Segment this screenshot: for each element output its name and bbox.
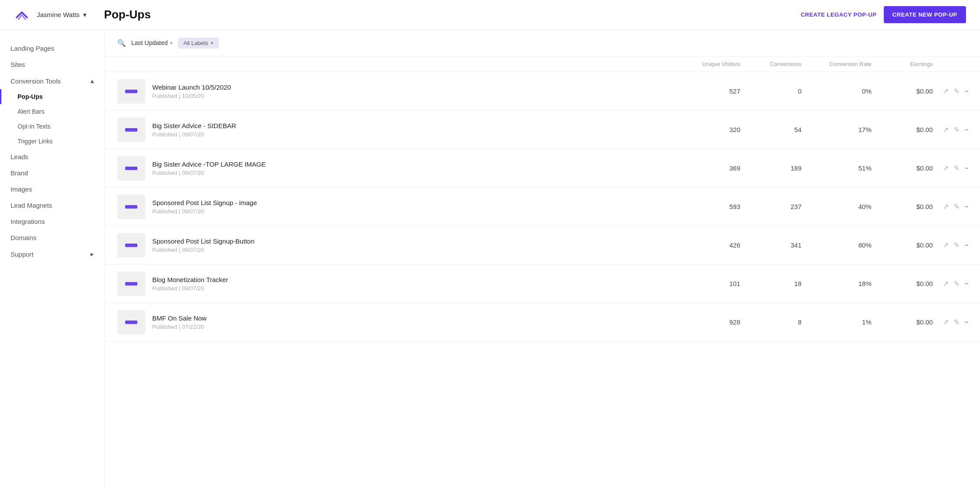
more-icon[interactable]: ···	[965, 241, 968, 249]
cell-earnings: $0.00	[872, 87, 933, 95]
more-icon[interactable]: ···	[965, 318, 968, 326]
cell-unique-visitors: 593	[670, 203, 740, 210]
sort-dropdown[interactable]: Last Updated ▾	[131, 37, 173, 49]
search-icon[interactable]: 🔍	[117, 39, 126, 47]
cell-conversion-rate: 80%	[802, 241, 872, 249]
item-info: Blog Monetization Tracker Published | 09…	[117, 272, 670, 296]
edit-icon[interactable]: ✎	[954, 125, 959, 134]
cell-conversions: 18	[740, 280, 802, 287]
row-actions: ↗ ✎ ···	[933, 125, 968, 134]
more-icon[interactable]: ···	[965, 126, 968, 134]
cell-conversion-rate: 1%	[802, 318, 872, 326]
row-actions: ↗ ✎ ···	[933, 241, 968, 249]
sidebar: Landing Pages Sites Conversion Tools ▴ P…	[0, 30, 105, 488]
sidebar-item-images[interactable]: Images	[0, 181, 105, 197]
trend-icon[interactable]: ↗	[943, 87, 948, 95]
label-filter-text: All Labels	[183, 40, 208, 46]
cell-conversion-rate: 0%	[802, 87, 872, 95]
filter-bar: 🔍 Last Updated ▾ All Labels ▾	[105, 30, 980, 56]
item-status: Published | 09/07/20	[152, 170, 266, 176]
row-actions: ↗ ✎ ···	[933, 202, 968, 211]
col-header-earnings: Earnings	[872, 61, 933, 67]
trend-icon[interactable]: ↗	[943, 202, 948, 211]
col-header-name	[117, 61, 670, 67]
trend-icon[interactable]: ↗	[943, 164, 948, 172]
more-icon[interactable]: ···	[965, 87, 968, 95]
sidebar-item-support[interactable]: Support ▸	[0, 246, 105, 262]
sidebar-item-conversion-tools[interactable]: Conversion Tools ▴	[0, 73, 105, 89]
item-thumbnail	[117, 156, 145, 181]
table-row: Sponsored Post List Signup-Button Publis…	[105, 226, 980, 265]
table-row: Big Sister Advice - SIDEBAR Published | …	[105, 111, 980, 149]
sidebar-item-trigger-links[interactable]: Trigger Links	[0, 134, 105, 149]
cell-conversions: 341	[740, 241, 802, 249]
row-actions: ↗ ✎ ···	[933, 164, 968, 172]
more-icon[interactable]: ···	[965, 280, 968, 288]
row-actions: ↗ ✎ ···	[933, 87, 968, 95]
logo-icon	[14, 7, 30, 23]
sidebar-item-sites[interactable]: Sites	[0, 56, 105, 73]
more-icon[interactable]: ···	[965, 203, 968, 211]
cell-unique-visitors: 101	[670, 280, 740, 287]
item-thumbnail	[117, 272, 145, 296]
user-dropdown-icon: ▾	[83, 11, 87, 19]
cell-conversion-rate: 40%	[802, 203, 872, 210]
table-row: BMF On Sale Now Published | 07/22/20 928…	[105, 303, 980, 342]
item-thumb-bar	[125, 128, 137, 132]
sidebar-item-leads[interactable]: Leads	[0, 149, 105, 165]
create-legacy-popup-button[interactable]: CREATE LEGACY POP-UP	[801, 11, 876, 18]
more-icon[interactable]: ···	[965, 164, 968, 172]
cell-conversion-rate: 17%	[802, 126, 872, 133]
cell-earnings: $0.00	[872, 241, 933, 249]
edit-icon[interactable]: ✎	[954, 279, 959, 288]
cell-conversion-rate: 18%	[802, 280, 872, 287]
item-status: Published | 09/07/20	[152, 208, 257, 215]
item-name: Sponsored Post List Signup - image	[152, 199, 257, 206]
edit-icon[interactable]: ✎	[954, 241, 959, 249]
cell-earnings: $0.00	[872, 203, 933, 210]
item-name: Big Sister Advice - SIDEBAR	[152, 122, 236, 129]
trend-icon[interactable]: ↗	[943, 241, 948, 249]
edit-icon[interactable]: ✎	[954, 87, 959, 95]
table-row: Big Sister Advice -TOP LARGE IMAGE Publi…	[105, 149, 980, 188]
sidebar-item-opt-in-texts[interactable]: Opt-In Texts	[0, 119, 105, 134]
trend-icon[interactable]: ↗	[943, 318, 948, 326]
item-info: Big Sister Advice -TOP LARGE IMAGE Publi…	[117, 156, 670, 181]
item-thumbnail	[117, 233, 145, 258]
user-selector[interactable]: Jasmine Watts ▾	[37, 11, 87, 19]
username: Jasmine Watts	[37, 11, 80, 18]
header-left: Jasmine Watts ▾ Pop-Ups	[14, 7, 151, 23]
sidebar-item-domains[interactable]: Domains	[0, 230, 105, 246]
edit-icon[interactable]: ✎	[954, 202, 959, 211]
sort-chevron-icon: ▾	[170, 40, 173, 46]
cell-earnings: $0.00	[872, 164, 933, 172]
item-thumb-bar	[125, 244, 137, 247]
row-actions: ↗ ✎ ···	[933, 318, 968, 326]
trend-icon[interactable]: ↗	[943, 279, 948, 288]
main-content: 🔍 Last Updated ▾ All Labels ▾ Unique Vis…	[105, 30, 980, 488]
trend-icon[interactable]: ↗	[943, 125, 948, 134]
item-info: BMF On Sale Now Published | 07/22/20	[117, 310, 670, 335]
item-thumb-bar	[125, 167, 137, 170]
sidebar-item-lead-magnets[interactable]: Lead Magnets	[0, 197, 105, 213]
sidebar-item-brand[interactable]: Brand	[0, 165, 105, 181]
sidebar-item-pop-ups[interactable]: Pop-Ups	[0, 89, 105, 104]
page-title: Pop-Ups	[104, 8, 151, 21]
sidebar-item-landing-pages[interactable]: Landing Pages	[0, 40, 105, 56]
cell-conversions: 8	[740, 318, 802, 326]
sidebar-sub-menu: Pop-Ups Alert Bars Opt-In Texts Trigger …	[0, 89, 105, 149]
cell-conversions: 0	[740, 87, 802, 95]
cell-conversions: 54	[740, 126, 802, 133]
edit-icon[interactable]: ✎	[954, 318, 959, 326]
create-new-popup-button[interactable]: CREATE NEW POP-UP	[884, 6, 966, 23]
row-actions: ↗ ✎ ···	[933, 279, 968, 288]
sidebar-item-alert-bars[interactable]: Alert Bars	[0, 104, 105, 119]
item-thumb-bar	[125, 282, 137, 286]
cell-conversion-rate: 51%	[802, 164, 872, 172]
col-header-conversions: Conversions	[740, 61, 802, 67]
edit-icon[interactable]: ✎	[954, 164, 959, 172]
label-filter-dropdown[interactable]: All Labels ▾	[178, 38, 218, 49]
sidebar-item-integrations[interactable]: Integrations	[0, 213, 105, 230]
item-status: Published | 09/07/20	[152, 285, 228, 292]
item-status: Published | 07/22/20	[152, 324, 206, 330]
